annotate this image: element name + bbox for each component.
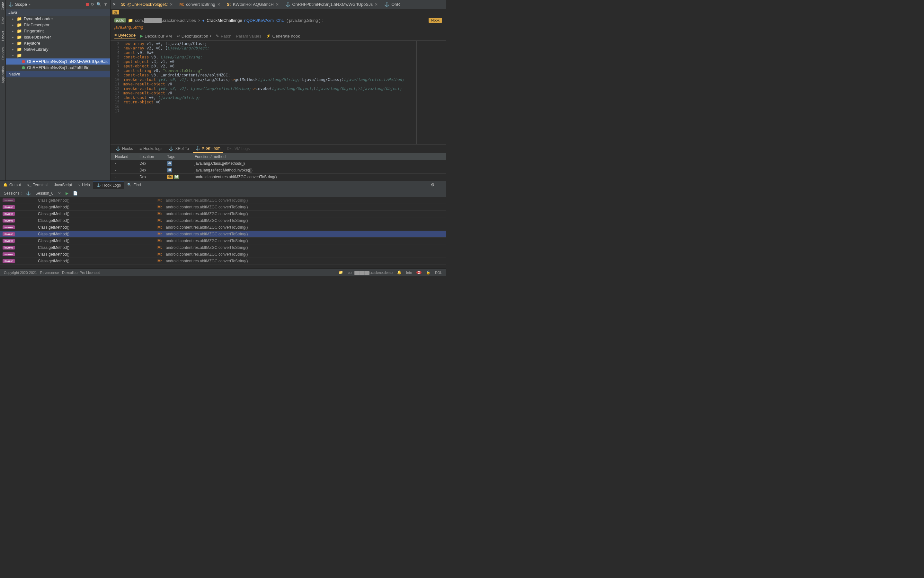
panel-tab-hooks[interactable]: ⚓Hooks: [113, 144, 136, 153]
bell-icon[interactable]: 🔔: [397, 270, 402, 274]
bottom-tab-help[interactable]: ?Help: [75, 181, 93, 189]
code-line[interactable]: 11move-result-object v0: [111, 82, 446, 86]
tree-item[interactable]: ▸📁DynamicLoader: [6, 16, 110, 22]
hook-log-row[interactable]: invokeClass.getMethod()M:android.content…: [0, 204, 446, 211]
bottom-tab-hook-logs[interactable]: ⚓Hook Logs: [93, 181, 124, 189]
chevron-down-icon[interactable]: ▾: [29, 3, 31, 6]
tree-item[interactable]: ▸📁IssueObserver: [6, 34, 110, 40]
code-line[interactable]: 3new-array v2, v0, [Ljava/lang/Object;: [111, 46, 446, 50]
tab-close-icon[interactable]: ✕: [217, 2, 220, 7]
tree-section-java[interactable]: Java: [6, 9, 110, 16]
record-icon[interactable]: [86, 3, 89, 6]
xref-row[interactable]: -Dexdijava.lang.reflect.Method.invoke([]…: [111, 167, 446, 174]
code-line[interactable]: 2new-array v1, v0, [Ljava/lang/Class;: [111, 41, 446, 46]
tree-item[interactable]: ▸📁NativeLibrary: [6, 46, 110, 52]
editor-tab[interactable]: S:KWtbnRoTAQGBmcH✕: [224, 0, 282, 9]
code-line[interactable]: 7aput-object p0, v2, v0: [111, 64, 446, 68]
code-line[interactable]: 15return-object v0: [111, 100, 446, 104]
editor-tab[interactable]: ⚓OhR: [381, 0, 403, 9]
code-line[interactable]: 10invoke-virtual {v3, v0, v1}, Ljava/lan…: [111, 77, 446, 82]
tab-close-icon[interactable]: ✕: [276, 2, 279, 7]
ds-badge: ds: [112, 10, 119, 15]
hook-log-row[interactable]: invokeClass.getMethod()M:android.content…: [0, 224, 446, 231]
bottom-tab-find[interactable]: 🔍Find: [124, 181, 144, 189]
code-line[interactable]: 17: [111, 109, 446, 114]
panel-tab-xref-from[interactable]: ⚓XRef From: [193, 144, 223, 153]
hook-log-row[interactable]: invokeClass.getMethod()M:android.content…: [0, 211, 446, 218]
code-line[interactable]: 14check-cast v0, Ljava/lang/String;: [111, 95, 446, 100]
play-icon[interactable]: ▶: [65, 191, 68, 196]
rail-data[interactable]: Data: [1, 17, 5, 24]
method-name[interactable]: nQDRJKeVAxmTChU: [244, 18, 285, 23]
editor-tab[interactable]: M:convertToString✕: [176, 0, 224, 9]
panel-tab-xref-to[interactable]: ⚓XRef To: [166, 144, 191, 153]
editor-tab[interactable]: S:@UhFROaxkYolqgeC✕: [118, 0, 176, 9]
gear-icon[interactable]: ⚙: [431, 182, 435, 187]
hook-logs-panel[interactable]: invokeClass.getMethod()M:android.content…: [0, 197, 446, 268]
minimize-icon[interactable]: —: [439, 182, 443, 187]
code-line[interactable]: 5const-class v3, Ljava/lang/String;: [111, 55, 446, 59]
toolbar-deobfuscation[interactable]: ⚙Deobfuscation ▾: [176, 34, 211, 39]
hook-log-row[interactable]: invokeClass.getMethod()M:android.content…: [0, 251, 446, 258]
tree-hook-item[interactable]: OhRHFPbtimNvzSnj1.aaf2b5fd5(: [6, 65, 110, 71]
session-name[interactable]: Session_0: [35, 191, 53, 196]
col-function: Function / method: [195, 154, 446, 159]
rail-code[interactable]: Code: [1, 2, 5, 10]
hook-log-row[interactable]: invokeClass.getMethod()M:android.content…: [0, 244, 446, 251]
code-line[interactable]: 12invoke-virtual {v0, v3, v2}, Ljava/lan…: [111, 86, 446, 91]
rail-application[interactable]: Application: [1, 66, 5, 83]
rail-devices[interactable]: Devices: [1, 47, 5, 60]
tree-item[interactable]: ▸📁FileDescriptor: [6, 22, 110, 28]
document-icon[interactable]: 📄: [73, 191, 78, 196]
filter-icon[interactable]: ▼: [103, 2, 107, 7]
xref-row[interactable]: -Dexdijava.lang.Class.getMethod([]): [111, 160, 446, 167]
hook-log-row[interactable]: invokeClass.getMethod()M:android.content…: [0, 218, 446, 224]
info-label[interactable]: Info: [406, 271, 412, 274]
status-package[interactable]: com██████crackme.demo: [348, 271, 393, 274]
tree-expand-node[interactable]: ▾📁: [6, 52, 110, 58]
hook-button[interactable]: Hook: [429, 18, 442, 23]
code-line[interactable]: 9const-class v3, Landroid/content/res/ab…: [111, 73, 446, 77]
toolbar-param-values[interactable]: Param values: [236, 34, 261, 39]
hook-log-row[interactable]: invokeClass.getMethod()M:android.content…: [0, 231, 446, 238]
class-name[interactable]: CrackMeChallenge: [207, 18, 242, 23]
panel-tab-hooks-logs[interactable]: ≡Hooks logs: [137, 144, 165, 153]
bottom-tab-output[interactable]: 🔔Output: [0, 181, 24, 189]
eol-label: EOL: [435, 271, 442, 274]
tab-close-icon[interactable]: ✕: [170, 2, 173, 7]
package-name[interactable]: com.██████.crackme.activities: [135, 18, 196, 23]
bottom-tab-terminal[interactable]: >_Terminal: [24, 181, 51, 189]
code-line[interactable]: 6aput-object v3, v1, v0: [111, 59, 446, 64]
code-line[interactable]: 13move-result-object v0: [111, 91, 446, 95]
hook-log-row[interactable]: invokeClass.getMethod()M:android.content…: [0, 258, 446, 265]
hook-log-row[interactable]: invokeClass.getMethod()M:android.content…: [0, 197, 446, 204]
tree-item[interactable]: ▸📁Keystore: [6, 40, 110, 46]
sessions-label: Sessions :: [4, 191, 21, 196]
tab-close-icon[interactable]: ✕: [375, 2, 378, 7]
code-line[interactable]: 4const v0, 0x0: [111, 50, 446, 55]
session-close-icon[interactable]: ✕: [58, 191, 61, 196]
code-line[interactable]: 8const-string v0, "convertToString": [111, 68, 446, 73]
breadcrumb-sep: >: [198, 18, 200, 23]
toolbar-patch[interactable]: ✎Patch: [216, 34, 231, 39]
toolbar-generate-hook[interactable]: ⚡Generate hook: [266, 34, 300, 39]
editor-tab[interactable]: ⚓OhRHFPbtimNvzSnj1.hNXMwWGrtUpoSJs✕: [282, 0, 381, 9]
tree-hook-item[interactable]: OhRHFPbtimNvzSnj1.hNXMwWGrtUpoSJs: [6, 58, 110, 65]
search-icon[interactable]: 🔍: [96, 2, 101, 7]
tree-section-native[interactable]: Native: [6, 71, 110, 77]
code-line[interactable]: 16: [111, 104, 446, 109]
sidebar-toolbar: ⚓ Scope ▾ ⟳ 🔍 ▼: [6, 0, 110, 9]
close-icon[interactable]: ✕: [111, 2, 118, 7]
toolbar-dexcalibur-vm[interactable]: ▶Dexcalibur VM: [140, 34, 172, 39]
rail-hooks[interactable]: Hooks: [1, 31, 5, 41]
left-rail: Code Data Hooks Devices Application: [0, 0, 6, 180]
tree-item[interactable]: ▸📁Fingerprint: [6, 28, 110, 34]
refresh-icon[interactable]: ⟳: [91, 2, 94, 7]
scope-label[interactable]: Scope: [15, 2, 27, 7]
toolbar-bytecode[interactable]: ≡Bytecode: [114, 33, 136, 39]
bottom-tab-javascript[interactable]: JavaScript: [51, 181, 75, 189]
bytecode-view[interactable]: 2new-array v1, v0, [Ljava/lang/Class;3ne…: [111, 41, 446, 144]
hook-log-row[interactable]: invokeClass.getMethod()M:android.content…: [0, 238, 446, 244]
folder-icon: 📁: [128, 18, 133, 23]
xref-row[interactable]: -Dexdsidandroid.content.res.abltMZGC.con…: [111, 174, 446, 180]
